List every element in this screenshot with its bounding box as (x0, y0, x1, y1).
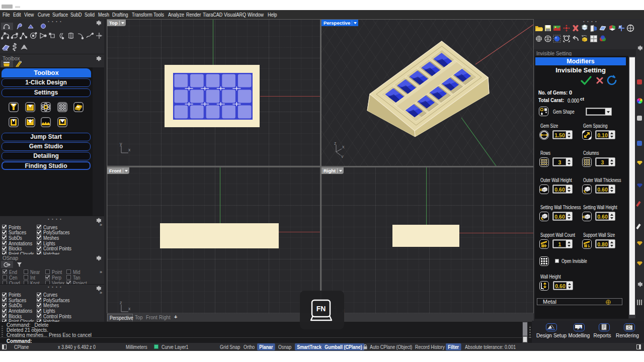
svg-text:z: z (120, 301, 122, 305)
svg-text:x: x (342, 144, 345, 149)
svg-text:x: x (128, 147, 130, 152)
svg-text:y: y (341, 154, 344, 158)
svg-text:y: y (120, 142, 122, 146)
svg-text:z: z (334, 142, 337, 146)
svg-text:FN: FN (316, 305, 326, 313)
svg-text:x: x (128, 306, 130, 311)
